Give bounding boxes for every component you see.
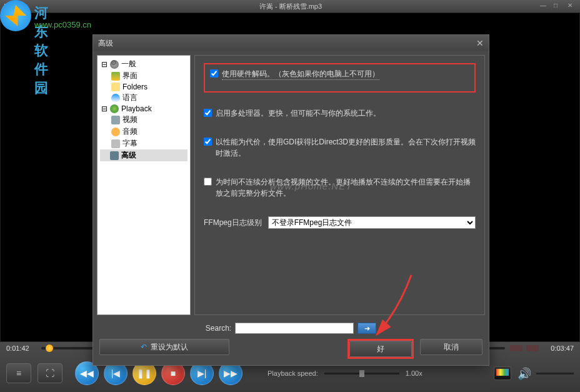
search-label: Search: <box>206 324 231 333</box>
tree-video[interactable]: 视频 <box>100 114 188 126</box>
elapsed-time: 0:01:42 <box>6 344 36 352</box>
multiproc-checkbox[interactable] <box>204 109 212 117</box>
titlebar: MP 许嵩 - 断桥残雪.mp3 — □ ✕ <box>0 0 580 13</box>
tree-advanced[interactable]: 高级 <box>100 149 188 161</box>
tree-interface[interactable]: 界面 <box>100 70 188 82</box>
tree-language[interactable]: 语言 <box>100 92 188 104</box>
multiproc-label: 启用多处理器。更快，但可能不与你的系统工作。 <box>216 108 381 119</box>
hw-decode-checkbox[interactable] <box>210 69 218 78</box>
dialog-title: 高级 <box>98 38 113 49</box>
hw-decode-label: 使用硬件解码。（灰色如果你的电脑上不可用） <box>222 68 379 80</box>
analyze-checkbox[interactable] <box>204 178 212 186</box>
speed-label: Playback speed: <box>268 369 318 377</box>
ok-highlight-annotation: 好 <box>348 339 414 359</box>
highlight-annotation: 使用硬件解码。（灰色如果你的电脑上不可用） <box>204 63 476 93</box>
dialog-close-button[interactable]: ✕ <box>476 38 484 48</box>
watermark-text: 河东软件园 <box>34 4 48 98</box>
search-input[interactable] <box>235 323 354 334</box>
watermark-url: www.pc0359.cn <box>34 20 91 29</box>
reset-defaults-button[interactable]: ↶ 重设为默认 <box>99 339 229 355</box>
gdi-label: 以性能为代价，使用GDI获得比Direct3D更好的图形质量。会在下次你打开视频… <box>216 136 476 159</box>
status-icons <box>510 345 539 351</box>
close-button[interactable]: ✕ <box>568 2 576 11</box>
ffmpeg-log-label: FFMpeg日志级别 <box>204 218 262 228</box>
cancel-button[interactable]: 取消 <box>420 339 482 355</box>
speed-slider[interactable] <box>324 373 399 374</box>
reset-icon: ↶ <box>141 343 147 351</box>
settings-dialog: 高级 ✕ ⊟一般 界面 Folders 语言 ⊟Playback 视频 音频 字… <box>92 34 489 366</box>
ok-button[interactable]: 好 <box>349 341 412 357</box>
gdi-checkbox[interactable] <box>204 138 212 146</box>
tree-folders[interactable]: Folders <box>100 82 188 92</box>
tree-playback[interactable]: ⊟Playback <box>100 104 188 114</box>
volume-icon[interactable]: 🔊 <box>518 367 530 379</box>
settings-tree: ⊟一般 界面 Folders 语言 ⊟Playback 视频 音频 字幕 高级 <box>97 55 191 315</box>
settings-pane: 使用硬件解码。（灰色如果你的电脑上不可用） 启用多处理器。更快，但可能不与你的系… <box>194 55 485 315</box>
fullscreen-button[interactable]: ⛶ <box>38 363 62 383</box>
tree-general[interactable]: ⊟一般 <box>100 58 188 70</box>
ffmpeg-log-select[interactable]: 不登录FFMpeg日志文件 <box>268 216 476 229</box>
speed-value: 1.00x <box>406 369 422 377</box>
total-time: 0:03:47 <box>544 344 574 352</box>
playlist-button[interactable]: ≡ <box>6 363 31 383</box>
volume-slider[interactable] <box>536 373 574 374</box>
center-watermark: www.pHome.NET <box>270 181 352 191</box>
search-go-button[interactable]: ➜ <box>358 323 376 334</box>
tree-audio[interactable]: 音频 <box>100 126 188 138</box>
tree-subtitle[interactable]: 字幕 <box>100 138 188 149</box>
tv-icon[interactable] <box>494 366 511 380</box>
maximize-button[interactable]: □ <box>554 2 562 11</box>
minimize-button[interactable]: — <box>540 2 549 11</box>
window-title: 许嵩 - 断桥残雪.mp3 <box>41 2 540 11</box>
